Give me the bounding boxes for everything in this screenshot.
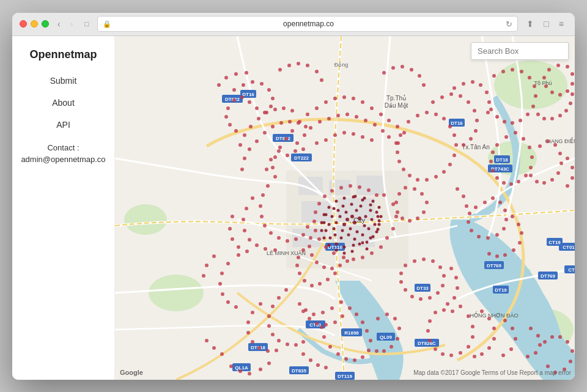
- svg-point-163: [306, 113, 309, 116]
- menu-button[interactable]: ≡: [555, 18, 567, 30]
- svg-point-445: [389, 345, 393, 349]
- svg-point-98: [360, 204, 363, 207]
- about-link[interactable]: About: [52, 98, 75, 108]
- svg-point-484: [324, 366, 328, 369]
- forward-button[interactable]: ›: [67, 18, 77, 30]
- svg-point-288: [467, 220, 470, 224]
- svg-point-239: [509, 182, 513, 186]
- svg-point-496: [434, 347, 437, 351]
- svg-point-313: [454, 276, 458, 279]
- svg-point-367: [279, 121, 283, 125]
- svg-point-483: [316, 363, 320, 367]
- submit-link[interactable]: Submit: [50, 76, 77, 86]
- svg-point-118: [382, 193, 386, 197]
- svg-point-530: [462, 194, 465, 198]
- minimize-button[interactable]: [31, 20, 38, 28]
- svg-point-490: [471, 325, 474, 328]
- svg-point-78: [356, 230, 359, 233]
- svg-point-365: [263, 131, 267, 135]
- svg-point-4: [149, 275, 204, 311]
- svg-point-168: [342, 95, 346, 99]
- map-container[interactable]: DT822 DT16 DT822 DT222 DT16 DT18: [115, 36, 575, 380]
- svg-point-320: [322, 265, 326, 269]
- svg-point-139: [358, 185, 361, 189]
- reload-button[interactable]: ↻: [506, 20, 512, 29]
- svg-point-229: [495, 115, 499, 119]
- svg-point-5: [124, 204, 167, 235]
- back-button[interactable]: ‹: [54, 18, 64, 30]
- svg-point-523: [569, 360, 572, 363]
- svg-point-247: [546, 139, 550, 143]
- api-link[interactable]: API: [56, 120, 70, 130]
- svg-point-101: [333, 207, 336, 210]
- svg-point-318: [338, 264, 342, 267]
- svg-point-499: [428, 319, 432, 323]
- browser-actions: ⬆ □ ≡: [523, 18, 567, 30]
- svg-point-231: [504, 135, 508, 139]
- svg-point-80: [363, 224, 366, 227]
- svg-point-370: [304, 125, 308, 128]
- svg-point-449: [277, 296, 281, 300]
- svg-point-497: [428, 339, 432, 342]
- map-svg: DT822 DT16 DT822 DT222 DT16 DT18: [115, 36, 575, 380]
- svg-point-153: [387, 135, 391, 139]
- close-button[interactable]: [20, 20, 27, 28]
- address-bar[interactable]: 🔒 opennetmap.co ↻: [97, 16, 519, 32]
- svg-point-543: [358, 242, 361, 245]
- svg-point-512: [514, 337, 517, 341]
- svg-text:LÊ MINH XUÂN: LÊ MINH XUÂN: [267, 250, 306, 256]
- svg-point-234: [528, 146, 531, 149]
- svg-point-380: [249, 125, 253, 128]
- svg-point-224: [531, 105, 535, 108]
- svg-point-167: [333, 97, 337, 100]
- svg-point-460: [246, 320, 250, 324]
- svg-point-128: [332, 251, 336, 255]
- svg-point-137: [339, 186, 343, 190]
- svg-point-387: [267, 88, 271, 92]
- svg-point-428: [355, 312, 358, 316]
- svg-text:DT19: DT19: [495, 287, 507, 293]
- svg-point-501: [442, 308, 446, 312]
- svg-point-438: [322, 335, 326, 339]
- svg-point-480: [267, 361, 271, 365]
- svg-point-109: [361, 241, 364, 244]
- svg-point-503: [480, 309, 484, 313]
- new-tab-button[interactable]: □: [540, 18, 552, 30]
- svg-point-77: [341, 229, 344, 232]
- search-input[interactable]: [471, 42, 569, 60]
- svg-point-225: [526, 113, 530, 116]
- svg-point-344: [301, 233, 305, 237]
- svg-point-158: [352, 132, 355, 136]
- svg-point-383: [232, 88, 236, 92]
- svg-point-398: [234, 129, 238, 133]
- svg-point-358: [245, 250, 249, 253]
- svg-point-209: [462, 143, 465, 147]
- svg-point-498: [426, 329, 430, 333]
- svg-point-337: [259, 204, 262, 208]
- svg-point-549: [323, 236, 326, 239]
- svg-point-170: [361, 100, 364, 104]
- svg-text:Tx.Tân An: Tx.Tân An: [462, 144, 490, 150]
- svg-point-443: [397, 327, 401, 330]
- sidebar-toggle-button[interactable]: □: [81, 18, 92, 29]
- svg-point-417: [321, 311, 325, 314]
- svg-text:...City: ...City: [348, 216, 366, 224]
- svg-point-159: [361, 135, 364, 139]
- maximize-button[interactable]: [42, 20, 49, 28]
- svg-point-520: [546, 364, 550, 368]
- svg-point-544: [366, 247, 369, 250]
- svg-point-192: [425, 178, 429, 182]
- svg-point-208: [469, 137, 473, 141]
- share-button[interactable]: ⬆: [523, 18, 537, 30]
- svg-point-185: [448, 125, 452, 128]
- svg-point-152: [295, 141, 299, 145]
- svg-point-431: [369, 339, 372, 342]
- svg-point-242: [491, 169, 495, 172]
- svg-point-211: [462, 82, 465, 86]
- contact-email[interactable]: admin@opennetmap.co: [21, 155, 105, 164]
- svg-point-406: [306, 64, 309, 67]
- svg-point-191: [434, 175, 438, 179]
- svg-point-437: [328, 345, 332, 349]
- svg-point-374: [240, 168, 244, 171]
- svg-point-108: [352, 243, 355, 246]
